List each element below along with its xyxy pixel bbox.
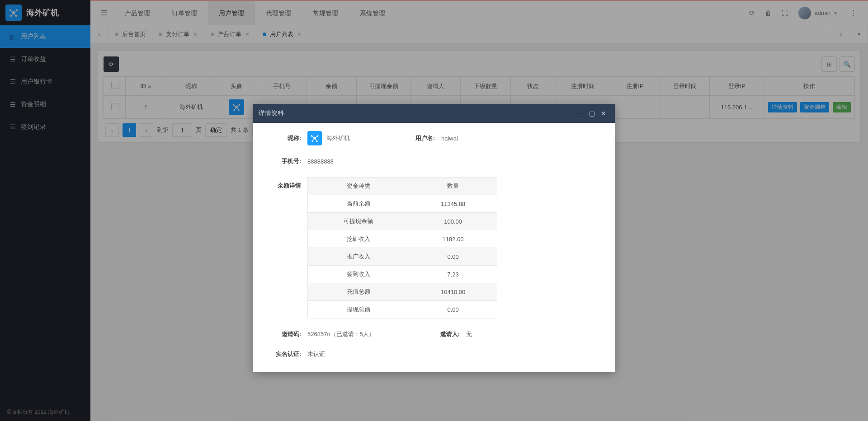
bal-col-type: 资金种类: [308, 178, 409, 195]
detail-modal: 详情资料 — ▢ ✕ 昵称: 海外矿机 用户名: haiwai: [253, 104, 615, 372]
inviter-label: 邀请人:: [425, 330, 460, 338]
invite-code-value: 526857n（已邀请：5人）: [307, 330, 375, 338]
balance-row: 当前余额11345.88: [308, 195, 497, 213]
inviter-value: 无: [466, 330, 472, 338]
svg-point-22: [314, 137, 316, 140]
modal-overlay: 详情资料 — ▢ ✕ 昵称: 海外矿机 用户名: haiwai: [0, 0, 868, 421]
minimize-icon[interactable]: —: [574, 108, 586, 119]
balance-row: 签到收入7.23: [308, 266, 497, 283]
username-value: haiwai: [441, 135, 458, 142]
svg-point-23: [311, 135, 312, 136]
nickname-value: 海外矿机: [326, 134, 350, 142]
verify-label: 实名认证:: [266, 350, 301, 358]
modal-header: 详情资料 — ▢ ✕: [253, 104, 615, 123]
maximize-icon[interactable]: ▢: [586, 108, 598, 119]
verify-value: 未认证: [307, 350, 325, 358]
balance-table: 资金种类 数量 当前余额11345.88 可提现余额100.00 挖矿收入118…: [307, 177, 497, 318]
balance-row: 提现总额0.00: [308, 301, 497, 318]
balance-row: 挖矿收入1182.00: [308, 230, 497, 248]
avatar-icon: [307, 131, 322, 145]
svg-point-26: [316, 140, 317, 142]
balance-row: 充值总额10410.00: [308, 283, 497, 301]
modal-body[interactable]: 昵称: 海外矿机 用户名: haiwai 手机号: 88888888 余额: [253, 123, 615, 372]
phone-label: 手机号:: [266, 157, 301, 165]
username-label: 用户名:: [400, 134, 435, 142]
balance-row: 推广收入0.00: [308, 248, 497, 266]
balance-label: 余额详情: [266, 177, 301, 190]
close-icon[interactable]: ✕: [598, 108, 609, 119]
phone-value: 88888888: [307, 158, 334, 165]
modal-title: 详情资料: [259, 109, 574, 117]
balance-row: 可提现余额100.00: [308, 213, 497, 230]
svg-point-24: [317, 135, 318, 136]
nickname-label: 昵称:: [266, 134, 301, 142]
svg-point-25: [311, 140, 313, 142]
balance-header-row: 资金种类 数量: [308, 178, 497, 195]
invite-code-label: 邀请码:: [266, 330, 301, 338]
bal-col-amount: 数量: [409, 178, 497, 195]
